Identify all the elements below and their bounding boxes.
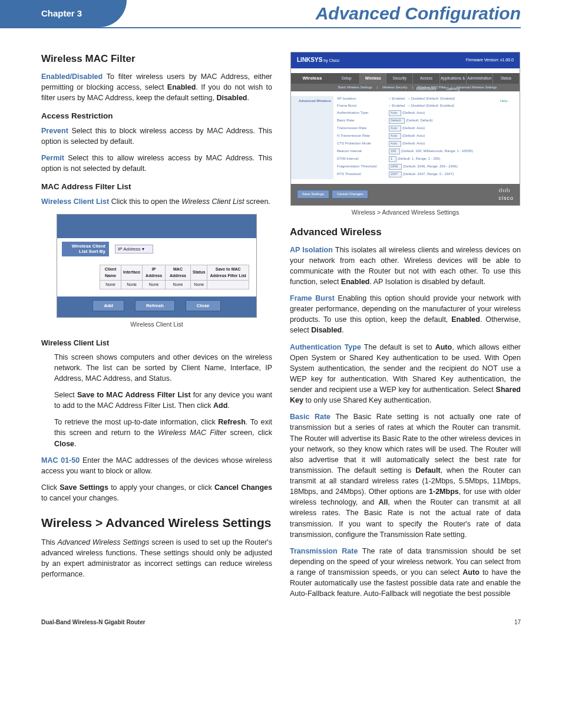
fig2-subtab-sec[interactable]: Wireless Security — [382, 85, 407, 90]
fig2-tabs: Wireless Setup Wireless Security Access … — [291, 73, 520, 84]
figure-wireless-client-list: Wireless Client List Sort By IP Address … — [57, 214, 257, 318]
fig1-close-button[interactable]: Close — [186, 300, 221, 312]
fig2-subtab-mac[interactable]: Wireless MAC Filter — [418, 85, 447, 90]
footer-product: Dual-Band Wireless-N Gigabit Router — [41, 619, 146, 625]
fig1-refresh-button[interactable]: Refresh — [135, 300, 175, 312]
fig2-setting-row: RTS Threshold:2347 (Default: 2347, Range… — [337, 172, 482, 177]
fig2-tab-access[interactable]: Access Restrictions — [413, 73, 439, 84]
fig2-setting-row: DTIM Interval:1 (Default: 1, Range: 1 - … — [337, 156, 482, 162]
para-refresh: To retrieve the most up-to-date informat… — [41, 417, 272, 449]
heading-advanced-wireless: Advanced Wireless — [290, 225, 521, 240]
fig2-setting-row: N Transmission Rate:Auto (Default: Auto) — [337, 133, 482, 139]
term-tx: Transmission Rate — [290, 547, 358, 555]
fig1-sort-select[interactable]: IP Address ▾ — [115, 245, 153, 254]
fig2-subtab-basic[interactable]: Basic Wireless Settings — [338, 85, 372, 90]
fig2-brand: LINKSYS by Cisco — [297, 56, 339, 65]
page-header: Chapter 3 Advanced Configuration — [0, 0, 562, 27]
term-mac0150: MAC 01-50 — [41, 456, 80, 465]
para-enabled-disabled: Enabled/Disabled To filter wireless user… — [41, 71, 272, 103]
fig2-tab-wireless[interactable]: Wireless — [360, 73, 386, 84]
left-column: Wireless MAC Filter Enabled/Disabled To … — [41, 52, 272, 605]
fig2-tab-apps[interactable]: Applications & Gaming — [440, 73, 467, 84]
chevron-down-icon: ▾ — [142, 246, 144, 252]
fig2-setting-row: Basic Rate:Default (Default: Default) — [337, 118, 482, 124]
fig2-tab-setup[interactable]: Setup — [333, 73, 360, 84]
fig2-setting-row: Transmission Rate:Auto (Default: Auto) — [337, 126, 482, 131]
para-frame-burst: Frame Burst Enabling this option should … — [290, 293, 521, 336]
fig2-setting-row: AP Isolation:○ Enabled ○ Disabled (Defau… — [337, 96, 482, 101]
fig2-tab-status[interactable]: Status — [493, 73, 520, 84]
heading-advanced-settings: Wireless > Advanced Wireless Settings — [41, 514, 272, 532]
term-wcl: Wireless Client List — [41, 197, 109, 206]
fig2-tab-security[interactable]: Security — [386, 73, 413, 84]
term-prevent: Prevent — [41, 127, 68, 135]
fig2-cancel-button[interactable]: Cancel Changes — [332, 190, 368, 199]
para-tx-rate: Transmission Rate The rate of data trans… — [290, 546, 521, 599]
term-permit: Permit — [41, 154, 64, 162]
heading-mac-filter: Wireless MAC Filter — [41, 52, 272, 67]
fig2-side-label: Wireless — [291, 73, 333, 84]
fig2-setting-row: Beacon Interval:100 (Default: 100, Milli… — [337, 149, 482, 154]
page-title: Advanced Configuration — [127, 4, 562, 24]
fig2-setting-row: Authentication Type:Auto (Default: Auto) — [337, 110, 482, 116]
para-permit: Permit Select this to allow wireless acc… — [41, 153, 272, 174]
cisco-logo: ılıılıcisco — [498, 187, 514, 202]
para-wcl-desc: This screen shows computers and other de… — [41, 352, 272, 384]
term-enabled-disabled: Enabled/Disabled — [41, 73, 103, 81]
para-adv-intro: This Advanced Wireless Settings screen i… — [41, 537, 272, 580]
term-fb: Frame Burst — [290, 294, 335, 302]
para-prevent: Prevent Select this to block wireless ac… — [41, 126, 272, 147]
fig2-setting-row: Frame Burst:○ Enabled ○ Disabled (Defaul… — [337, 103, 482, 108]
table-header-row: Client NameInterfaceIP AddressMAC Addres… — [100, 265, 249, 280]
para-save-to-mac: Select Save to MAC Address Filter List f… — [41, 390, 272, 411]
chapter-tab: Chapter 3 — [0, 0, 127, 27]
figure-advanced-wireless: LINKSYS by Cisco Firmware Version: v1.00… — [290, 52, 520, 206]
term-ap: AP Isolation — [290, 246, 333, 254]
fig2-tab-admin[interactable]: Administration — [467, 73, 493, 84]
fig2-help-link[interactable]: Help... — [485, 96, 515, 179]
para-basic-rate: Basic Rate The Basic Rate setting is not… — [290, 411, 521, 540]
term-basic: Basic Rate — [290, 413, 330, 421]
fig1-table: Client NameInterfaceIP AddressMAC Addres… — [100, 265, 249, 289]
fig1-add-button[interactable]: Add — [92, 300, 124, 312]
fig2-save-button[interactable]: Save Settings — [297, 190, 329, 199]
right-column: LINKSYS by Cisco Firmware Version: v1.00… — [290, 52, 521, 605]
figure1-caption: Wireless Client List — [41, 320, 272, 329]
para-mac0150: MAC 01-50 Enter the MAC addresses of the… — [41, 455, 272, 476]
fig2-section-label: Advanced Wireless — [291, 96, 333, 179]
fig2-setting-row: CTS Protection Mode:Auto (Default: Auto) — [337, 141, 482, 147]
para-save-cancel: Click Save Settings to apply your change… — [41, 482, 272, 503]
heading-access-restriction: Access Restriction — [41, 110, 272, 122]
term-auth: Authentication Type — [290, 343, 361, 351]
para-ap-isolation: AP Isolation This isolates all wireless … — [290, 245, 521, 288]
fig1-sort-label: Wireless Client List Sort By — [62, 242, 109, 257]
figure2-caption: Wireless > Advanced Wireless Settings — [290, 208, 521, 217]
fig2-subtab-adv[interactable]: Advanced Wireless Settings — [457, 85, 497, 90]
heading-wcl2: Wireless Client List — [41, 338, 272, 348]
table-row: NoneNoneNoneNoneNone — [100, 280, 249, 289]
para-auth-type: Authentication Type The default is set t… — [290, 342, 521, 406]
page-footer: Dual-Band Wireless-N Gigabit Router 17 — [0, 605, 562, 625]
fig2-setting-row: Fragmentation Threshold:2346 (Default: 2… — [337, 164, 482, 170]
page-number: 17 — [514, 619, 521, 625]
fig2-firmware: Firmware Version: v1.00.0 — [466, 57, 514, 63]
fig2-subtabs: Basic Wireless Settings| Wireless Securi… — [291, 84, 520, 92]
heading-mac-list: MAC Address Filter List — [41, 181, 272, 193]
para-wireless-client-list: Wireless Client List Click this to open … — [41, 196, 272, 207]
